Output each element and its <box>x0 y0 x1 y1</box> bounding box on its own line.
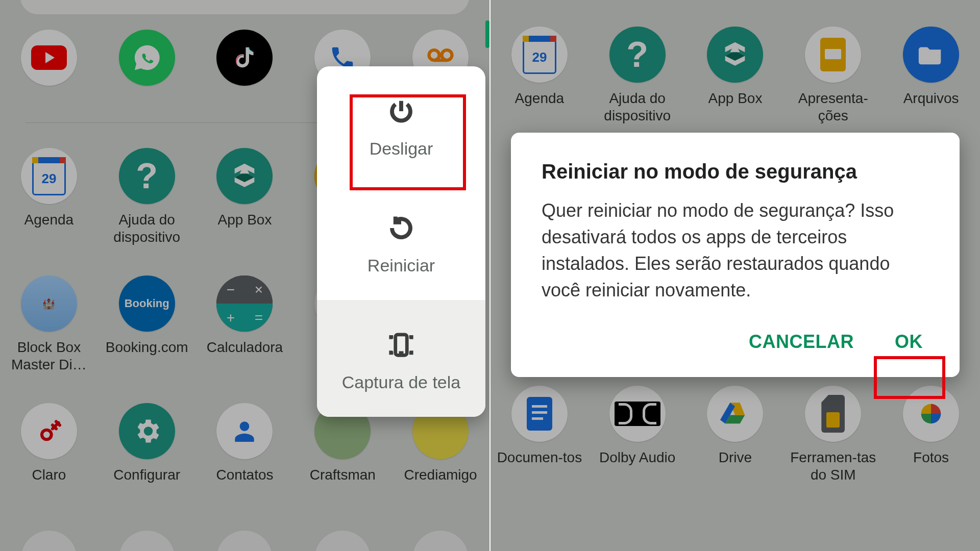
cancel-button[interactable]: CANCELAR <box>743 324 860 360</box>
contacts-icon <box>216 403 273 459</box>
restart-label: Reiniciar <box>332 256 470 276</box>
app-agenda[interactable]: 29 Agenda <box>6 148 92 246</box>
app-booking[interactable]: Booking Booking.com <box>104 276 190 373</box>
app-apresentacoes[interactable]: Apresenta-ções <box>790 27 876 124</box>
app-label: Agenda <box>515 90 565 107</box>
app-label: Contatos <box>216 466 273 484</box>
screenshot-label: Captura de tela <box>332 372 470 392</box>
blockbox-icon: 🏰 <box>21 276 77 332</box>
app-label: Ajuda do dispositivo <box>104 211 190 246</box>
app-peek[interactable] <box>104 531 190 551</box>
dialog-title: Reiniciar no modo de segurança <box>542 160 929 183</box>
drive-icon <box>707 386 763 442</box>
app-peek[interactable] <box>201 531 288 551</box>
app-label: Apresenta-ções <box>790 90 876 124</box>
app-fotos[interactable]: Fotos <box>888 386 974 484</box>
restart-item[interactable]: Reiniciar <box>317 183 485 300</box>
restart-icon <box>332 212 470 244</box>
power-icon <box>332 95 470 128</box>
app-tiktok[interactable] <box>201 30 288 86</box>
app-row-b: Documen-tos Dolby Audio Drive <box>491 386 980 484</box>
app-label: Drive <box>719 449 752 466</box>
app-youtube[interactable] <box>6 30 92 86</box>
whatsapp-icon <box>119 30 175 86</box>
app-arquivos[interactable]: Arquivos <box>888 27 974 124</box>
appbox-icon <box>216 148 273 204</box>
power-off-label: Desligar <box>332 139 470 159</box>
calendar-icon: 29 <box>21 148 77 204</box>
appbox-icon <box>707 27 763 83</box>
app-documentos[interactable]: Documen-tos <box>496 386 583 484</box>
app-dolby[interactable]: Dolby Audio <box>594 386 681 484</box>
app-label: Calculadora <box>207 339 283 356</box>
power-off-item[interactable]: Desligar <box>317 66 485 183</box>
calendar-day: 29 <box>532 51 547 64</box>
screenshot-icon <box>332 329 470 361</box>
help-icon: ? <box>609 27 666 83</box>
app-agenda[interactable]: 29 Agenda <box>496 27 583 124</box>
app-label: Documen-tos <box>497 449 582 466</box>
app-whatsapp[interactable] <box>104 30 190 86</box>
app-ajuda[interactable]: ? Ajuda do dispositivo <box>594 27 681 124</box>
ok-button[interactable]: OK <box>889 324 929 360</box>
app-peek[interactable] <box>397 531 484 551</box>
app-contatos[interactable]: Contatos <box>201 403 288 484</box>
scroll-indicator <box>485 20 489 48</box>
app-blockbox[interactable]: 🏰 Block Box Master Di… <box>6 276 92 373</box>
booking-icon: Booking <box>119 276 175 332</box>
app-label: App Box <box>218 211 272 229</box>
search-bar[interactable] <box>20 0 469 14</box>
app-calculadora[interactable]: − × + = Calculadora <box>201 276 288 373</box>
safe-mode-dialog: Reiniciar no modo de segurança Quer rein… <box>511 133 960 377</box>
screenshot-item[interactable]: Captura de tela <box>317 300 485 417</box>
app-appbox[interactable]: App Box <box>201 148 288 246</box>
calculator-icon: − × + = <box>216 276 273 332</box>
app-appbox[interactable]: App Box <box>692 27 778 124</box>
tiktok-icon <box>216 30 273 86</box>
screenshot-left: 29 Agenda ? Ajuda do dispositivo App Box… <box>0 0 491 551</box>
app-label: Configurar <box>113 466 180 484</box>
dolby-icon <box>609 386 666 442</box>
app-label: Fotos <box>913 449 949 466</box>
app-label: Block Box Master Di… <box>6 339 92 373</box>
app-peek[interactable] <box>299 531 386 551</box>
app-ajuda[interactable]: ? Ajuda do dispositivo <box>104 148 190 246</box>
app-claro[interactable]: Claro <box>6 403 92 484</box>
photos-icon <box>903 386 959 442</box>
app-row-a: 29 Agenda ? Ajuda do dispositivo App Box <box>491 27 980 124</box>
app-label: Arquivos <box>903 90 959 107</box>
svg-point-0 <box>42 430 52 440</box>
app-sim[interactable]: Ferramen-tas do SIM <box>790 386 876 484</box>
docs-icon <box>511 386 568 442</box>
calendar-day: 29 <box>41 172 56 185</box>
app-label: Ferramen-tas do SIM <box>790 449 876 484</box>
slides-icon <box>805 27 861 83</box>
youtube-icon <box>21 30 77 86</box>
app-label: Crediamigo <box>404 466 477 484</box>
power-menu: Desligar Reiniciar Captura de tela <box>317 66 485 417</box>
app-label: App Box <box>708 90 763 107</box>
sim-icon <box>805 386 861 442</box>
app-label: Agenda <box>24 211 74 229</box>
app-label: Ajuda do dispositivo <box>594 90 681 124</box>
screenshot-right: 29 Agenda ? Ajuda do dispositivo App Box <box>491 0 980 551</box>
files-icon <box>903 27 959 83</box>
app-label: Claro <box>32 466 66 484</box>
app-peek[interactable] <box>6 531 92 551</box>
calendar-icon: 29 <box>511 27 568 83</box>
app-label: Craftsman <box>310 466 376 484</box>
app-drive[interactable]: Drive <box>692 386 778 484</box>
app-configurar[interactable]: Configurar <box>104 403 190 484</box>
app-label: Booking.com <box>106 339 188 356</box>
dialog-body: Quer reiniciar no modo de segurança? Iss… <box>542 197 929 304</box>
app-row-5 <box>0 531 489 551</box>
app-label: Dolby Audio <box>599 449 675 466</box>
help-icon: ? <box>119 148 175 204</box>
dialog-actions: CANCELAR OK <box>542 324 929 360</box>
gear-icon <box>119 403 175 459</box>
claro-icon <box>21 403 77 459</box>
